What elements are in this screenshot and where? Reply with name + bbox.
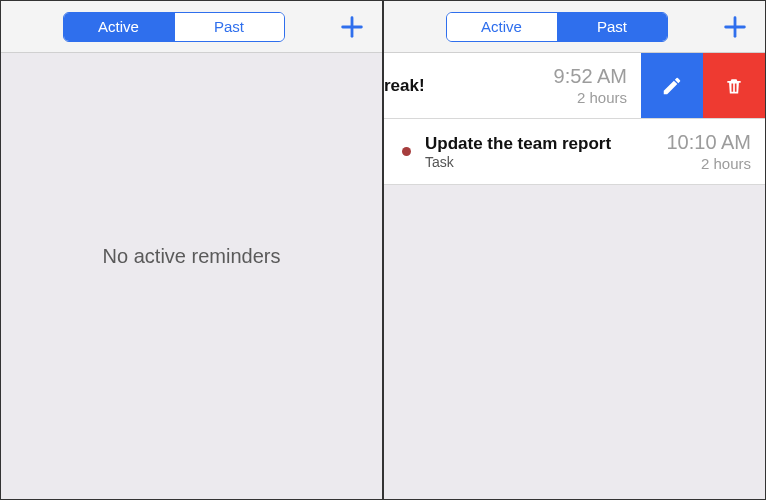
trash-icon [724,75,744,97]
reminder-time: 10:10 AM [666,130,751,155]
toolbar: Active Past [1,1,382,53]
plus-icon [721,13,749,41]
edit-button[interactable] [641,53,703,118]
content-area: reak! 9:52 AM 2 hours Update the team re… [384,53,765,499]
tab-past[interactable]: Past [557,13,667,41]
add-reminder-button[interactable] [717,9,753,45]
reminder-title: reak! [384,76,544,96]
tab-segmented-control: Active Past [446,12,668,42]
reminder-row[interactable]: reak! 9:52 AM 2 hours [384,53,765,119]
reminder-main: Update the team report Task 10:10 AM 2 h… [384,119,765,184]
reminder-duration: 2 hours [666,155,751,174]
pencil-icon [661,75,683,97]
tab-active[interactable]: Active [447,13,557,41]
tab-past[interactable]: Past [174,13,284,41]
pane-active: Active Past No active reminders [0,0,383,500]
tab-segmented-control: Active Past [63,12,285,42]
pane-past: Active Past reak! 9:52 AM 2 hours [383,0,766,500]
status-dot-icon [402,147,411,156]
reminder-title: Update the team report [425,134,656,154]
reminder-main: reak! 9:52 AM 2 hours [384,53,641,118]
content-area: No active reminders [1,53,382,499]
tab-active[interactable]: Active [64,13,174,41]
reminder-row[interactable]: Update the team report Task 10:10 AM 2 h… [384,119,765,185]
delete-button[interactable] [703,53,765,118]
reminder-subtitle: Task [425,154,656,170]
plus-icon [338,13,366,41]
reminder-duration: 2 hours [554,89,627,108]
empty-state-message: No active reminders [1,13,382,499]
add-reminder-button[interactable] [334,9,370,45]
toolbar: Active Past [384,1,765,53]
reminder-time: 9:52 AM [554,64,627,89]
